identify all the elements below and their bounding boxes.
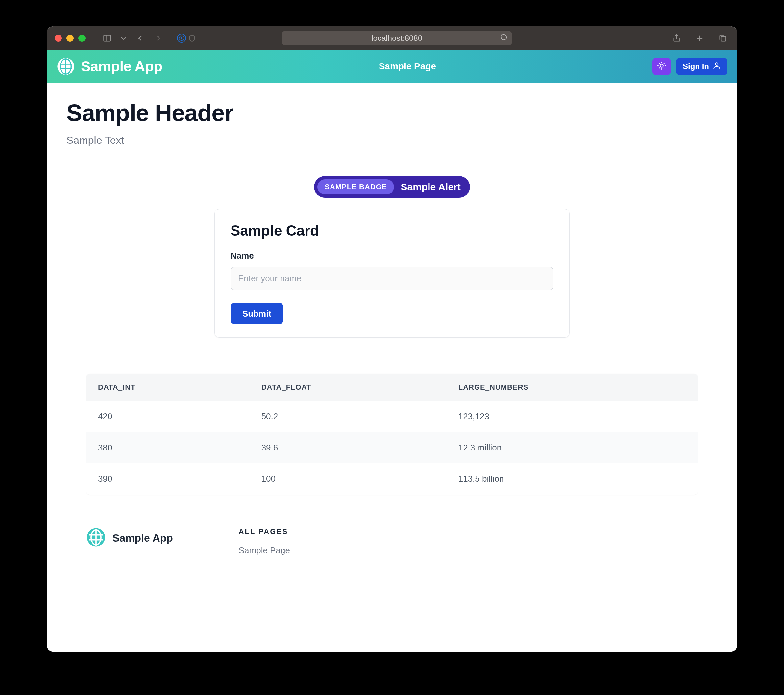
page-title: Sample Header bbox=[66, 99, 718, 126]
table-row: 390 100 113.5 billion bbox=[86, 463, 698, 495]
svg-line-19 bbox=[664, 63, 664, 64]
user-icon bbox=[712, 61, 721, 72]
cell: 390 bbox=[86, 463, 250, 495]
page-content: Sample Header Sample Text SAMPLE BADGE S… bbox=[47, 83, 737, 652]
footer-column-title: ALL PAGES bbox=[239, 528, 290, 536]
theme-toggle-button[interactable] bbox=[652, 58, 671, 75]
svg-rect-8 bbox=[721, 36, 726, 41]
privacy-shield-icon[interactable] bbox=[188, 33, 197, 43]
alert-text: Sample Alert bbox=[400, 181, 460, 193]
cell: 12.3 million bbox=[446, 432, 698, 463]
svg-line-20 bbox=[659, 68, 660, 68]
sun-icon bbox=[657, 61, 666, 72]
cell: 50.2 bbox=[250, 401, 446, 432]
svg-rect-0 bbox=[104, 35, 111, 41]
browser-titlebar: localhost:8080 bbox=[47, 26, 737, 50]
extension-1password-icon[interactable] bbox=[177, 33, 186, 43]
sign-in-button[interactable]: Sign In bbox=[676, 58, 728, 75]
chevron-down-icon[interactable] bbox=[119, 31, 128, 45]
cell: 100 bbox=[250, 463, 446, 495]
footer-link-sample-page[interactable]: Sample Page bbox=[239, 545, 290, 555]
nav-link-sample-page[interactable]: Sample Page bbox=[379, 61, 436, 72]
brand-logo-icon bbox=[56, 57, 75, 76]
svg-point-14 bbox=[660, 64, 663, 67]
cell: 380 bbox=[86, 432, 250, 463]
back-button[interactable] bbox=[133, 31, 147, 45]
name-input[interactable] bbox=[231, 267, 553, 290]
svg-point-23 bbox=[715, 63, 718, 66]
reload-icon[interactable] bbox=[500, 33, 507, 43]
col-header-data-int[interactable]: DATA_INT bbox=[86, 374, 250, 401]
cell: 113.5 billion bbox=[446, 463, 698, 495]
window-maximize-button[interactable] bbox=[78, 35, 86, 42]
alert-badge: SAMPLE BADGE bbox=[317, 179, 394, 195]
col-header-data-float[interactable]: DATA_FLOAT bbox=[250, 374, 446, 401]
cell: 420 bbox=[86, 401, 250, 432]
data-table: DATA_INT DATA_FLOAT LARGE_NUMBERS 420 50… bbox=[86, 374, 698, 495]
alert-banner[interactable]: SAMPLE BADGE Sample Alert bbox=[314, 176, 470, 198]
svg-line-22 bbox=[659, 63, 660, 64]
footer-logo-icon bbox=[86, 528, 106, 548]
footer: Sample App ALL PAGES Sample Page bbox=[86, 528, 698, 555]
new-tab-icon[interactable] bbox=[693, 31, 707, 45]
card-title: Sample Card bbox=[231, 223, 553, 239]
footer-brand-name: Sample App bbox=[112, 532, 173, 544]
app-navbar: Sample App Sample Page Sign In bbox=[47, 50, 737, 83]
cell: 123,123 bbox=[446, 401, 698, 432]
svg-line-21 bbox=[664, 68, 664, 68]
forward-button[interactable] bbox=[152, 31, 165, 45]
url-text: localhost:8080 bbox=[371, 33, 422, 43]
page-subtitle: Sample Text bbox=[66, 134, 718, 147]
table-row: 380 39.6 12.3 million bbox=[86, 432, 698, 463]
cell: 39.6 bbox=[250, 432, 446, 463]
svg-rect-3 bbox=[181, 37, 182, 40]
brand-name: Sample App bbox=[81, 58, 163, 75]
tab-overview-icon[interactable] bbox=[716, 31, 730, 45]
window-close-button[interactable] bbox=[54, 35, 62, 42]
footer-brand[interactable]: Sample App bbox=[86, 528, 173, 548]
col-header-large-numbers[interactable]: LARGE_NUMBERS bbox=[446, 374, 698, 401]
brand[interactable]: Sample App bbox=[56, 57, 163, 76]
sidebar-toggle-icon[interactable] bbox=[100, 31, 114, 45]
window-minimize-button[interactable] bbox=[66, 35, 74, 42]
name-label: Name bbox=[231, 251, 553, 261]
form-card: Sample Card Name Submit bbox=[214, 209, 570, 338]
sign-in-label: Sign In bbox=[683, 62, 709, 71]
address-bar[interactable]: localhost:8080 bbox=[282, 31, 512, 45]
table-row: 420 50.2 123,123 bbox=[86, 401, 698, 432]
share-icon[interactable] bbox=[670, 31, 684, 45]
submit-button[interactable]: Submit bbox=[231, 303, 283, 324]
